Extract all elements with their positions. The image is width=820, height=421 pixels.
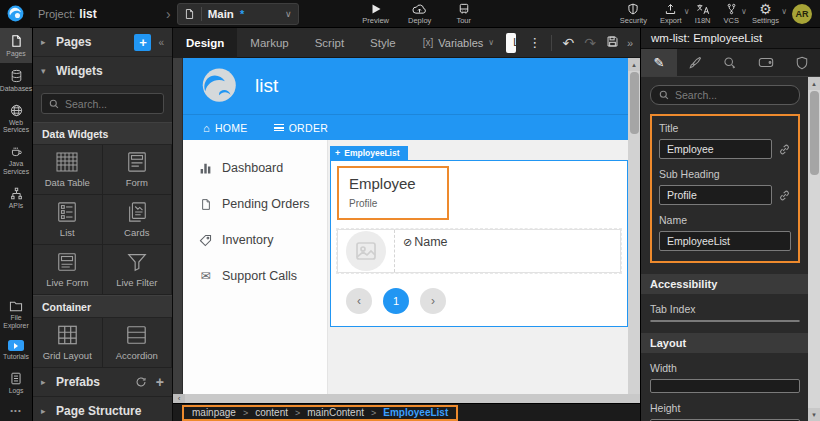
- rail-item-tutorials[interactable]: Tutorials: [0, 334, 32, 366]
- canvas-vertical-scrollbar[interactable]: ▴: [628, 58, 640, 394]
- page-structure-header[interactable]: ▸ Page Structure: [33, 397, 172, 421]
- menu-item-support-calls[interactable]: ✉ Support Calls: [183, 258, 327, 294]
- variables-button[interactable]: [x] Variables ∨: [423, 37, 494, 49]
- redo-button[interactable]: ↷: [579, 35, 601, 51]
- tab-device[interactable]: [748, 49, 784, 76]
- pagination-prev-button[interactable]: ‹: [346, 288, 372, 314]
- menu-item-pending-orders[interactable]: Pending Orders: [183, 186, 327, 222]
- widget-search-input[interactable]: [65, 98, 156, 110]
- undo-button[interactable]: ↶: [557, 35, 579, 51]
- vcs-button[interactable]: VCS ∨: [723, 3, 738, 25]
- preview-button[interactable]: Preview: [361, 3, 391, 25]
- device-selector[interactable]: Laptop with MDPI Screen ∨: [506, 33, 516, 53]
- scroll-up-icon[interactable]: ▴: [628, 58, 640, 71]
- widget-search[interactable]: [41, 93, 164, 114]
- data-widgets-grid: Data Table Form List Cards: [33, 145, 172, 295]
- add-prefab-button[interactable]: +: [156, 374, 164, 390]
- widget-tile-data-table[interactable]: Data Table: [33, 145, 103, 195]
- name-input[interactable]: [659, 231, 791, 251]
- subheading-input[interactable]: [659, 185, 772, 205]
- data-widgets-header[interactable]: Data Widgets: [33, 122, 172, 145]
- property-search-input[interactable]: [675, 89, 791, 101]
- tour-button[interactable]: Tour: [449, 3, 479, 25]
- add-page-button[interactable]: +: [134, 34, 151, 51]
- nav-item-home[interactable]: ⌂ HOME: [203, 122, 248, 134]
- accessibility-section-header[interactable]: Accessibility: [641, 274, 820, 294]
- bind-link-icon[interactable]: [778, 189, 791, 202]
- inspector-scroll-thumb[interactable]: [810, 91, 819, 175]
- security-button[interactable]: Security: [620, 3, 647, 25]
- layout-section-header[interactable]: Layout: [641, 333, 820, 353]
- rail-item-java-services[interactable]: Java Services: [0, 139, 32, 181]
- settings-button[interactable]: ⚙ Settings ∨: [752, 3, 779, 25]
- widget-tile-live-filter[interactable]: Live Filter: [103, 245, 173, 295]
- breadcrumb-item-mainpage[interactable]: mainpage: [192, 407, 236, 418]
- deploy-button[interactable]: Deploy: [405, 3, 435, 25]
- wavemaker-logo[interactable]: [0, 0, 30, 28]
- widget-tile-cards[interactable]: Cards: [103, 195, 173, 245]
- widget-tile-list[interactable]: List: [33, 195, 103, 245]
- user-avatar[interactable]: AR: [792, 4, 812, 24]
- scroll-left-icon[interactable]: ‹: [173, 394, 185, 403]
- vertical-scroll-thumb[interactable]: [630, 72, 639, 134]
- save-button[interactable]: [601, 35, 624, 51]
- rail-item-apis[interactable]: APIs: [0, 181, 32, 215]
- list-item-image-cell[interactable]: [338, 230, 395, 272]
- export-button[interactable]: Export ∨: [660, 3, 682, 25]
- tab-script[interactable]: Script: [302, 28, 357, 58]
- i18n-button[interactable]: I18N: [695, 3, 711, 25]
- rail-item-web-services[interactable]: Web Services: [0, 98, 32, 140]
- bar-chart-icon: [198, 162, 213, 175]
- collapse-sidebar-icon[interactable]: «: [158, 37, 164, 48]
- employeelist-widget-tag[interactable]: + EmployeeList: [330, 146, 408, 160]
- refresh-icon[interactable]: [135, 376, 147, 388]
- list-header-selected[interactable]: Employee Profile: [337, 166, 449, 220]
- pagination-page-1[interactable]: 1: [383, 288, 409, 314]
- list-item-text-cell[interactable]: ⊘ Name: [395, 230, 456, 272]
- nav-item-order[interactable]: ORDER: [274, 122, 328, 134]
- widget-tile-grid-layout[interactable]: Grid Layout: [33, 318, 103, 368]
- rail-item-pages[interactable]: Pages: [0, 28, 32, 63]
- pages-section-header[interactable]: ▸ Pages + «: [33, 28, 172, 57]
- tab-security[interactable]: [784, 49, 820, 76]
- widget-tile-form[interactable]: Form: [103, 145, 173, 195]
- menu-item-dashboard[interactable]: Dashboard: [183, 150, 327, 186]
- tab-style[interactable]: Style: [357, 28, 409, 58]
- kebab-menu-icon[interactable]: ⋮: [524, 35, 545, 50]
- rail-item-logs[interactable]: Logs: [0, 366, 32, 400]
- menu-item-inventory[interactable]: Inventory: [183, 222, 327, 258]
- widget-tile-accordion[interactable]: Accordion: [103, 318, 173, 368]
- prefabs-section-header[interactable]: ▸ Prefabs +: [33, 368, 172, 397]
- rail-more-button[interactable]: •••: [0, 400, 32, 421]
- app-header[interactable]: list: [183, 58, 628, 114]
- list-item-template[interactable]: ⊘ Name: [337, 229, 621, 273]
- container-header[interactable]: Container: [33, 295, 172, 318]
- width-input[interactable]: [650, 379, 800, 393]
- pagination-next-button[interactable]: ›: [420, 288, 446, 314]
- breadcrumb-item-maincontent[interactable]: mainContent: [307, 407, 364, 418]
- canvas-horizontal-scrollbar[interactable]: ‹: [173, 394, 640, 403]
- title-input[interactable]: [659, 139, 772, 159]
- bind-link-icon[interactable]: [778, 143, 791, 156]
- page-selector[interactable]: Main * ∨: [177, 3, 299, 25]
- tab-design[interactable]: Design: [173, 28, 237, 58]
- tab-inspect[interactable]: [713, 49, 749, 76]
- inspector-scrollbar[interactable]: ▴ ▾: [808, 77, 820, 421]
- tab-styles[interactable]: [677, 49, 713, 76]
- cloud-upload-icon: [412, 3, 427, 15]
- property-search[interactable]: [650, 85, 800, 105]
- tab-properties[interactable]: ✎: [641, 49, 677, 76]
- scroll-up-icon[interactable]: ▴: [808, 77, 820, 90]
- rail-item-databases[interactable]: Databases: [0, 63, 32, 98]
- scroll-down-icon[interactable]: ▾: [808, 408, 820, 421]
- expand-panel-icon[interactable]: »: [624, 37, 636, 49]
- employeelist-widget[interactable]: Employee Profile ⊘: [330, 160, 628, 327]
- breadcrumb-item-content[interactable]: content: [255, 407, 288, 418]
- stepper-up-icon[interactable]: ▴: [785, 321, 799, 322]
- breadcrumb-item-employeelist[interactable]: EmployeeList: [383, 407, 448, 418]
- tab-markup[interactable]: Markup: [237, 28, 301, 58]
- widgets-section-header[interactable]: ▾ Widgets: [33, 57, 172, 86]
- rail-item-file-explorer[interactable]: File Explorer: [0, 294, 32, 335]
- app-title: list: [255, 75, 278, 97]
- widget-tile-live-form[interactable]: Live Form: [33, 245, 103, 295]
